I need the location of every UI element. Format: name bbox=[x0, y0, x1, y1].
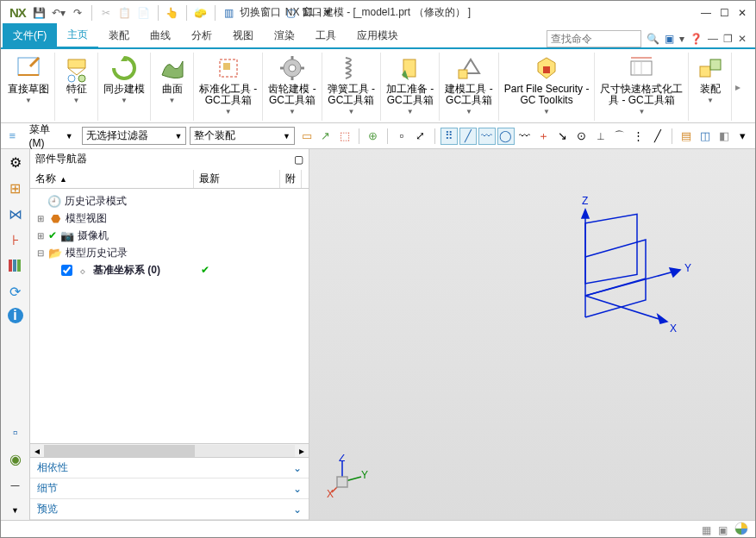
touch-icon[interactable]: 👆 bbox=[164, 4, 181, 22]
rail-globe-icon[interactable]: ◉ bbox=[6, 449, 25, 468]
mdi-close-icon[interactable]: ✕ bbox=[738, 33, 747, 45]
tree-row-datum-csys[interactable]: ⬦ 基准坐标系 (0) ✔ bbox=[32, 261, 307, 278]
rail-navigator-icon[interactable]: ⊞ bbox=[6, 178, 25, 197]
snap-circle-icon[interactable]: ◯ bbox=[497, 128, 515, 145]
accordion-preview[interactable]: 预览⌄ bbox=[30, 499, 309, 520]
undo-icon[interactable]: ↶▾ bbox=[50, 4, 67, 22]
rgroup-spring[interactable]: 弹簧工具 -GC工具箱▼ bbox=[322, 53, 381, 121]
snap-vert-icon[interactable]: ⋮ bbox=[630, 128, 647, 145]
expand-icon[interactable]: ⊞ bbox=[35, 231, 45, 241]
snap-mid-icon[interactable]: 〰 bbox=[516, 128, 534, 145]
tree-row-model-view[interactable]: ⊞ ⬣ 模型视图 bbox=[32, 210, 307, 227]
close-icon[interactable]: ✕ bbox=[738, 7, 747, 19]
tree-row-history-mode[interactable]: 🕘 历史记录模式 bbox=[32, 192, 307, 210]
rail-info-icon[interactable]: i bbox=[8, 308, 23, 323]
view-cube-icon[interactable]: ◫ bbox=[697, 128, 714, 145]
rail-datum-icon[interactable]: ⊦ bbox=[6, 230, 25, 249]
tab-curve[interactable]: 曲线 bbox=[140, 23, 181, 47]
snap-plus-icon[interactable]: ＋ bbox=[535, 128, 553, 145]
sel-dotbox-icon[interactable]: ▫ bbox=[393, 128, 410, 145]
rail-library-icon[interactable] bbox=[6, 256, 25, 275]
help-icon[interactable]: ❓ bbox=[690, 33, 703, 45]
rgroup-assembly[interactable]: 装配▼ bbox=[689, 53, 732, 121]
view-options-icon[interactable]: ▣ bbox=[665, 33, 674, 45]
minimize-icon[interactable]: — bbox=[701, 7, 711, 19]
tab-app-module[interactable]: 应用模块 bbox=[347, 23, 409, 47]
command-search-input[interactable] bbox=[547, 30, 641, 47]
rail-settings-icon[interactable]: ⚙ bbox=[6, 153, 25, 172]
search-icon[interactable]: 🔍 bbox=[647, 33, 659, 45]
rgroup-machining[interactable]: 加工准备 -GC工具箱▼ bbox=[381, 53, 440, 121]
maximize-icon[interactable]: ☐ bbox=[720, 7, 729, 19]
tab-analysis[interactable]: 分析 bbox=[181, 23, 222, 47]
tree-row-history[interactable]: ⊟ 📂 模型历史记录 bbox=[32, 244, 307, 261]
menu-button[interactable]: 菜单(M) ▼ bbox=[24, 121, 78, 151]
rgroup-security[interactable]: Part File Security -GC Toolkits▼ bbox=[499, 53, 596, 121]
feature-checkbox[interactable] bbox=[61, 265, 72, 276]
snap-int-icon[interactable]: ⊙ bbox=[573, 128, 590, 145]
rgroup-feature[interactable]: 特征▼ bbox=[55, 53, 98, 121]
navigator-pin-icon[interactable]: ▢ bbox=[294, 153, 303, 166]
snap-curve-icon[interactable]: 〰 bbox=[478, 128, 496, 145]
collapse-icon[interactable]: ⊟ bbox=[35, 248, 45, 258]
layer-icon[interactable]: ▤ bbox=[678, 128, 695, 145]
col-latest[interactable]: 最新 bbox=[194, 170, 280, 188]
eraser-icon[interactable]: 🧽 bbox=[192, 4, 209, 22]
status-logo-icon[interactable] bbox=[734, 522, 748, 538]
sel-add-icon[interactable]: ⊕ bbox=[365, 128, 382, 145]
switch-window-label[interactable]: 切换窗口 bbox=[240, 5, 281, 20]
paste-icon[interactable]: 📄 bbox=[135, 4, 153, 22]
ribbon-overflow-icon[interactable]: ▸ bbox=[732, 53, 744, 121]
sel-expand-icon[interactable]: ⤢ bbox=[412, 128, 429, 145]
window-split-icon[interactable]: ▥ bbox=[221, 4, 238, 22]
tab-home[interactable]: 主页 bbox=[57, 22, 98, 49]
rgroup-gear[interactable]: 齿轮建模 -GC工具箱▼ bbox=[263, 53, 322, 121]
col-attr[interactable]: 附 bbox=[280, 170, 302, 188]
rail-feed-icon[interactable]: ⟳ bbox=[6, 282, 25, 301]
redo-icon[interactable]: ↷ bbox=[69, 4, 86, 22]
snap-line2-icon[interactable]: ╱ bbox=[649, 128, 666, 145]
status-box-icon[interactable]: ▣ bbox=[718, 524, 728, 536]
file-tab[interactable]: 文件(F) bbox=[3, 23, 57, 47]
rgroup-model-tools[interactable]: 建模工具 -GC工具箱▼ bbox=[440, 53, 498, 121]
snap-end-icon[interactable]: ↘ bbox=[554, 128, 572, 145]
snap-perp-icon[interactable]: ⟂ bbox=[592, 128, 609, 145]
tab-tools[interactable]: 工具 bbox=[305, 23, 347, 47]
rgroup-sketch[interactable]: 直接草图▼ bbox=[3, 53, 55, 121]
rgroup-surface[interactable]: 曲面▼ bbox=[151, 53, 194, 121]
dropdown-icon[interactable]: ▾ bbox=[679, 33, 684, 45]
snap-tan-icon[interactable]: ⌒ bbox=[611, 128, 628, 145]
sel-box-icon[interactable]: ⬚ bbox=[336, 128, 353, 145]
rail-page-icon[interactable]: ▫ bbox=[6, 423, 25, 442]
graphics-viewport[interactable]: Z Y X Z Y X bbox=[309, 149, 755, 520]
mdi-minimize-icon[interactable]: — bbox=[708, 33, 718, 45]
snap-line-icon[interactable]: ╱ bbox=[459, 128, 477, 145]
tree-row-camera[interactable]: ⊞ ✔ 📷 摄像机 bbox=[32, 227, 307, 244]
expand-icon[interactable]: ⊞ bbox=[35, 214, 45, 223]
assembly-combo[interactable]: 整个装配▼ bbox=[190, 127, 295, 145]
tab-render[interactable]: 渲染 bbox=[264, 23, 305, 47]
sel-arrow-icon[interactable]: ↗ bbox=[317, 128, 334, 145]
copy-icon[interactable]: 📋 bbox=[116, 4, 134, 22]
rail-constraint-icon[interactable]: ⋈ bbox=[6, 204, 25, 223]
status-grid-icon[interactable]: ▦ bbox=[702, 524, 711, 536]
snap-points-icon[interactable]: ⠿ bbox=[440, 128, 458, 145]
shade-icon[interactable]: ◧ bbox=[715, 128, 733, 145]
tab-view[interactable]: 视图 bbox=[222, 23, 264, 47]
cut-icon[interactable]: ✂ bbox=[97, 4, 115, 22]
sel-rect-icon[interactable]: ▭ bbox=[298, 128, 316, 145]
save-icon[interactable]: 💾 bbox=[31, 4, 48, 22]
col-name[interactable]: 名称 ▲ bbox=[30, 170, 194, 188]
rail-collapse-icon[interactable]: — bbox=[6, 475, 25, 494]
navigator-hscroll[interactable]: ◂ ▸ bbox=[30, 443, 309, 457]
rgroup-dim-format[interactable]: 尺寸快速格式化工具 - GC工具箱▼ bbox=[595, 53, 689, 121]
filter-combo[interactable]: 无选择过滤器▼ bbox=[82, 127, 187, 145]
rail-down-icon[interactable]: ▼ bbox=[6, 501, 25, 520]
accordion-detail[interactable]: 细节⌄ bbox=[30, 479, 309, 499]
more-icon[interactable]: ▾ bbox=[734, 128, 752, 145]
rgroup-sync[interactable]: 同步建模▼ bbox=[98, 53, 151, 121]
mdi-restore-icon[interactable]: ❐ bbox=[723, 33, 733, 45]
rgroup-std-tools[interactable]: 标准化工具 -GC工具箱▼ bbox=[194, 53, 263, 121]
tab-assembly[interactable]: 装配 bbox=[98, 23, 140, 47]
accordion-dependency[interactable]: 相依性⌄ bbox=[30, 458, 309, 479]
